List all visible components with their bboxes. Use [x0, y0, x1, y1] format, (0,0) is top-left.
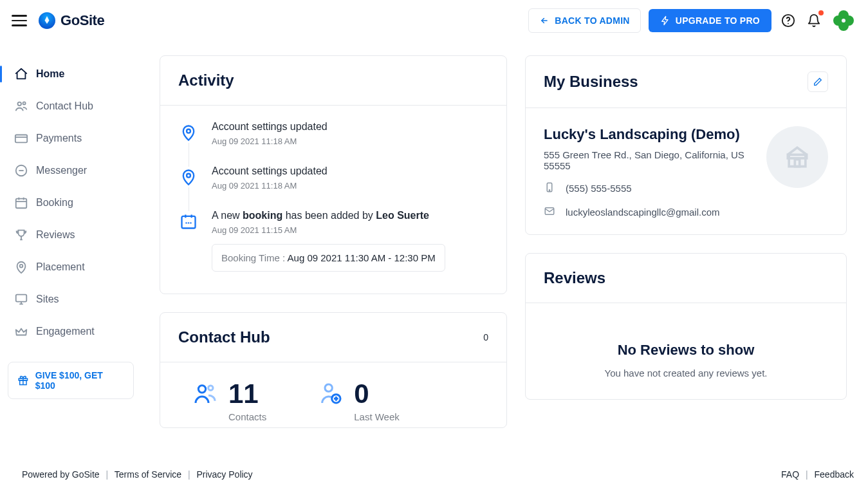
my-business-card: My Business Lucky's Landscaping (Demo) 5…	[525, 55, 847, 235]
activity-date: Aug 09 2021 11:15 AM	[212, 225, 445, 235]
contact-hub-title: Contact Hub	[178, 328, 270, 346]
sidebar-label: Placement	[36, 261, 85, 273]
back-to-admin-label: BACK TO ADMIN	[555, 15, 629, 26]
nav-list: Home Contact Hub Payments Messenger Book…	[0, 58, 142, 348]
activity-title-text: A new booking has been added by Leo Suer…	[212, 210, 445, 221]
sidebar-item-home[interactable]: Home	[0, 58, 142, 90]
hamburger-menu-icon[interactable]	[12, 13, 27, 28]
svg-point-16	[187, 129, 190, 133]
sidebar-item-engagement[interactable]: Engagement	[0, 315, 142, 348]
sidebar-label: Booking	[36, 197, 73, 209]
activity-item: Account settings updated Aug 09 2021 11:…	[178, 121, 488, 165]
sidebar-item-booking[interactable]: Booking	[0, 187, 142, 219]
activity-date: Aug 09 2021 11:18 AM	[212, 136, 328, 146]
svg-point-17	[187, 174, 190, 178]
contacts-icon	[14, 99, 28, 113]
svg-point-7	[18, 102, 22, 106]
sidebar-item-contact-hub[interactable]: Contact Hub	[0, 90, 142, 122]
svg-rect-9	[15, 135, 27, 143]
sidebar-item-payments[interactable]: Payments	[0, 122, 142, 154]
activity-title-text: Account settings updated	[212, 165, 328, 177]
mail-icon	[544, 205, 557, 219]
logo-mark-icon	[39, 12, 55, 29]
activity-title-text: Account settings updated	[212, 121, 328, 133]
reviews-title: Reviews	[544, 269, 605, 287]
trophy-icon	[14, 228, 28, 242]
sidebar-item-placement[interactable]: Placement	[0, 251, 142, 283]
contact-hub-card: Contact Hub 0 11 Contacts	[160, 312, 507, 428]
activity-item: A new booking has been added by Leo Suer…	[178, 210, 488, 278]
activity-card: Activity Account settings updated Aug 09…	[160, 55, 507, 294]
pin-icon	[14, 260, 28, 274]
contact-hub-count: 0	[483, 332, 488, 342]
stat-lastweek: 0 Last Week	[318, 380, 400, 422]
business-email: luckyleoslandscapingllc@gmail.com	[566, 207, 720, 218]
my-business-title: My Business	[544, 73, 638, 91]
chat-icon	[14, 164, 28, 178]
sidebar-label: Sites	[36, 294, 59, 305]
svg-point-12	[20, 265, 23, 268]
home-icon	[14, 67, 28, 81]
svg-point-23	[208, 386, 213, 390]
svg-point-1	[788, 23, 789, 24]
sidebar-item-messenger[interactable]: Messenger	[0, 154, 142, 187]
user-plus-icon	[318, 380, 344, 409]
svg-point-8	[23, 102, 26, 104]
notification-bell-icon[interactable]	[805, 12, 823, 30]
give-label: GIVE $100, GET $100	[35, 370, 124, 391]
location-icon	[178, 167, 199, 187]
reviews-card: Reviews No Reviews to show You have not …	[525, 253, 847, 400]
sidebar-item-reviews[interactable]: Reviews	[0, 219, 142, 251]
reviews-empty-title: No Reviews to show	[539, 342, 833, 359]
give-button[interactable]: GIVE $100, GET $100	[8, 362, 133, 398]
svg-point-19	[185, 222, 187, 223]
brand-name: GoSite	[60, 12, 104, 29]
sidebar-label: Messenger	[36, 165, 87, 176]
upgrade-button[interactable]: UPGRADE TO PRO	[649, 9, 771, 32]
business-email-row: luckyleoslandscapingllc@gmail.com	[544, 205, 753, 219]
reviews-empty-sub: You have not created any reviews yet.	[539, 368, 833, 379]
sidebar-item-sites[interactable]: Sites	[0, 283, 142, 315]
user-avatar[interactable]	[831, 8, 856, 33]
sidebar: Home Contact Hub Payments Messenger Book…	[0, 41, 148, 406]
svg-point-27	[549, 190, 550, 191]
card-icon	[14, 131, 28, 145]
stat-contacts: 11 Contacts	[192, 380, 266, 422]
gift-icon	[17, 375, 29, 386]
business-logo-placeholder	[766, 126, 828, 188]
bolt-icon	[660, 15, 670, 26]
sidebar-label: Payments	[36, 133, 82, 144]
svg-point-21	[190, 222, 191, 223]
upgrade-label: UPGRADE TO PRO	[676, 15, 760, 26]
phone-icon	[544, 182, 557, 195]
svg-point-20	[188, 222, 189, 223]
calendar-icon	[14, 196, 28, 210]
activity-date: Aug 09 2021 11:18 AM	[212, 181, 328, 191]
arrow-left-icon	[539, 16, 549, 25]
contacts-group-icon	[192, 380, 218, 409]
brand-logo[interactable]: GoSite	[39, 12, 104, 29]
back-to-admin-button[interactable]: BACK TO ADMIN	[528, 8, 640, 33]
lastweek-value: 0	[354, 380, 400, 407]
activity-title: Activity	[178, 71, 234, 89]
business-phone-row: (555) 555-5555	[544, 182, 753, 195]
svg-rect-11	[16, 199, 27, 209]
booking-icon	[178, 211, 199, 232]
booking-time-box: Booking Time : Aug 09 2021 11:30 AM - 12…	[212, 244, 445, 272]
svg-point-22	[198, 386, 205, 393]
edit-button[interactable]	[808, 71, 828, 92]
main: Activity Account settings updated Aug 09…	[148, 41, 862, 428]
location-icon	[178, 122, 199, 143]
sidebar-label: Reviews	[36, 229, 75, 241]
activity-item: Account settings updated Aug 09 2021 11:…	[178, 165, 488, 210]
svg-point-6	[842, 19, 845, 23]
contacts-value: 11	[228, 380, 266, 407]
sidebar-label: Engagement	[36, 326, 95, 337]
sidebar-label: Contact Hub	[36, 100, 93, 112]
svg-rect-29	[795, 160, 799, 167]
monitor-icon	[14, 292, 28, 306]
help-icon[interactable]	[779, 12, 797, 30]
header: GoSite BACK TO ADMIN UPGRADE TO PRO	[0, 0, 868, 41]
business-address: 555 Green Tree Rd., San Diego, Californi…	[544, 149, 753, 171]
lastweek-label: Last Week	[354, 411, 400, 422]
